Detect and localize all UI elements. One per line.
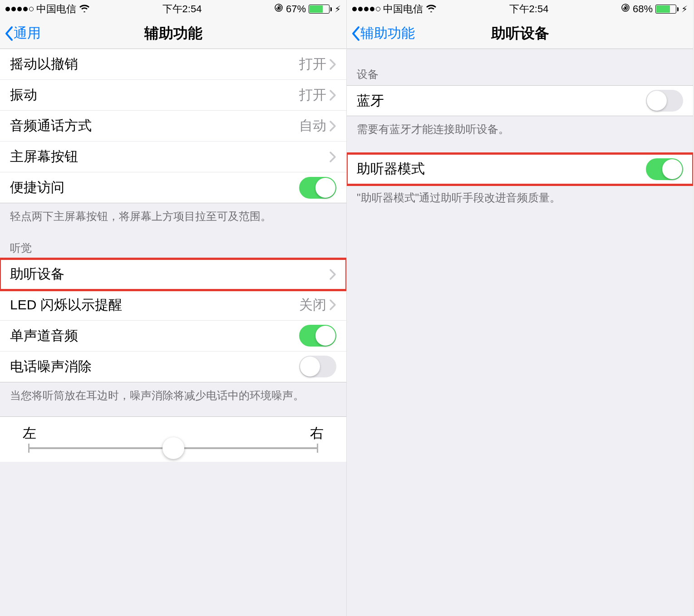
row-vibration[interactable]: 振动 打开	[0, 80, 346, 111]
back-label: 辅助功能	[360, 24, 415, 43]
wifi-icon	[79, 3, 90, 15]
row-shake-to-undo[interactable]: 摇动以撤销 打开	[0, 49, 346, 80]
slider-left-label: 左	[23, 424, 36, 443]
right-screen: 中国电信 下午2:54 68% ⚡︎ 辅助功能 助听设备 设备 蓝	[347, 0, 694, 616]
back-button[interactable]: 辅助功能	[350, 24, 415, 43]
balance-slider[interactable]	[28, 447, 318, 449]
status-bar: 中国电信 下午2:54 67% ⚡︎	[0, 0, 346, 18]
noise-cancellation-toggle[interactable]	[299, 356, 336, 377]
wifi-icon	[426, 3, 437, 15]
row-reachability[interactable]: 便捷访问	[0, 172, 346, 203]
clock-label: 下午2:54	[509, 2, 549, 16]
svg-rect-1	[277, 7, 280, 9]
orientation-lock-icon	[274, 3, 283, 15]
noise-cancellation-footer: 当您将听筒放在耳边时，噪声消除将减少电话中的环境噪声。	[0, 382, 346, 407]
content-scroll[interactable]: 设备 蓝牙 需要有蓝牙才能连接助听设备。 助听器模式 "助听器模式"通过助听手段…	[347, 49, 693, 210]
chevron-right-icon	[329, 120, 336, 132]
chevron-right-icon	[329, 269, 336, 280]
row-value: 打开	[299, 55, 326, 73]
status-right: 68% ⚡︎	[621, 3, 688, 15]
mono-audio-toggle[interactable]	[299, 325, 336, 347]
row-label: 摇动以撤销	[10, 55, 299, 73]
row-home-button[interactable]: 主屏幕按钮	[0, 142, 346, 172]
row-label: 蓝牙	[357, 92, 646, 110]
battery-icon	[309, 5, 332, 14]
row-label: 主屏幕按钮	[10, 147, 329, 166]
row-label: 音频通话方式	[10, 117, 299, 135]
svg-rect-3	[624, 7, 626, 9]
row-label: 便捷访问	[10, 178, 299, 197]
hearing-section-header: 听觉	[0, 228, 346, 259]
reachability-toggle[interactable]	[299, 177, 336, 199]
chevron-right-icon	[329, 59, 336, 70]
slider-right-label: 右	[310, 424, 324, 443]
battery-icon	[655, 5, 679, 14]
hearing-aid-mode-footer: "助听器模式"通过助听手段改进音频质量。	[347, 185, 693, 210]
row-value: 自动	[299, 117, 326, 135]
hearing-aid-mode-toggle[interactable]	[646, 158, 683, 180]
content-scroll[interactable]: 摇动以撤销 打开 振动 打开 音频通话方式 自动 主屏幕按钮 便捷访问 轻点两下…	[0, 49, 346, 462]
row-value: 关闭	[299, 296, 326, 314]
status-left: 中国电信	[352, 2, 437, 16]
status-bar: 中国电信 下午2:54 68% ⚡︎	[347, 0, 693, 18]
row-label: 振动	[10, 86, 299, 104]
row-label: LED 闪烁以示提醒	[10, 296, 299, 314]
nav-bar: 通用 辅助功能	[0, 18, 346, 49]
row-label: 助听器模式	[357, 160, 646, 178]
row-label: 助听设备	[10, 265, 329, 284]
page-title: 辅助功能	[0, 24, 346, 44]
back-label: 通用	[14, 24, 41, 43]
battery-pct-label: 68%	[633, 3, 653, 15]
bluetooth-footer: 需要有蓝牙才能连接助听设备。	[347, 116, 693, 141]
orientation-lock-icon	[621, 3, 630, 15]
signal-strength-icon	[5, 7, 34, 11]
row-hearing-devices[interactable]: 助听设备	[0, 259, 346, 290]
back-button[interactable]: 通用	[4, 24, 41, 43]
chevron-right-icon	[329, 299, 336, 311]
row-value: 打开	[299, 86, 326, 104]
slider-thumb[interactable]	[162, 437, 184, 459]
row-hearing-aid-mode[interactable]: 助听器模式	[347, 154, 693, 185]
carrier-label: 中国电信	[36, 2, 76, 16]
row-mono-audio[interactable]: 单声道音频	[0, 321, 346, 352]
charging-icon: ⚡︎	[335, 4, 341, 15]
row-led-flash[interactable]: LED 闪烁以示提醒 关闭	[0, 290, 346, 321]
devices-section-header: 设备	[347, 49, 693, 85]
carrier-label: 中国电信	[383, 2, 423, 16]
left-screen: 中国电信 下午2:54 67% ⚡︎ 通用 辅助功能 摇动以撤销	[0, 0, 347, 616]
signal-strength-icon	[352, 7, 380, 11]
reachability-footer: 轻点两下主屏幕按钮，将屏幕上方项目拉至可及范围。	[0, 203, 346, 228]
balance-slider-row: 左 右	[0, 416, 346, 462]
row-label: 电话噪声消除	[10, 357, 299, 376]
row-bluetooth[interactable]: 蓝牙	[347, 85, 693, 116]
clock-label: 下午2:54	[162, 2, 202, 16]
row-call-audio-routing[interactable]: 音频通话方式 自动	[0, 111, 346, 142]
nav-bar: 辅助功能 助听设备	[347, 18, 693, 49]
bluetooth-toggle[interactable]	[646, 90, 683, 112]
status-left: 中国电信	[5, 2, 90, 16]
charging-icon: ⚡︎	[681, 4, 688, 15]
chevron-right-icon	[329, 89, 336, 101]
status-right: 67% ⚡︎	[274, 3, 341, 15]
chevron-right-icon	[329, 151, 336, 163]
battery-pct-label: 67%	[286, 3, 306, 15]
row-noise-cancellation[interactable]: 电话噪声消除	[0, 352, 346, 382]
row-label: 单声道音频	[10, 327, 299, 345]
